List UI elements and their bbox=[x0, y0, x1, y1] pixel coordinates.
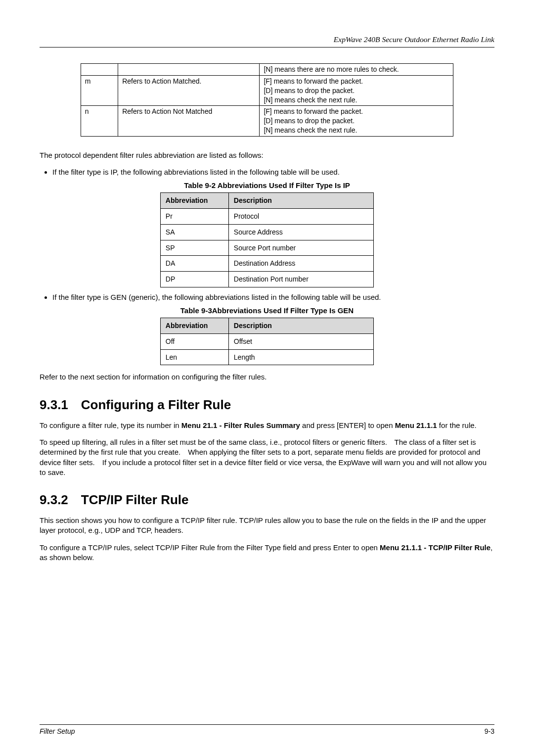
list-item: If the filter type is GEN (generic), the… bbox=[52, 292, 494, 302]
table-row: SA Source Address bbox=[160, 224, 373, 240]
refer-next-paragraph: Refer to the next section for informatio… bbox=[40, 372, 494, 382]
table-row: Len Length bbox=[160, 349, 373, 365]
table-ip: Abbreviation Description Pr Protocol SA … bbox=[160, 192, 374, 287]
table-gen: Abbreviation Description Off Offset Len … bbox=[160, 318, 374, 366]
bullet-list-ip: If the filter type is IP, the following … bbox=[52, 167, 494, 177]
table-row: DA Destination Address bbox=[160, 256, 373, 272]
table-header-row: Abbreviation Description bbox=[160, 318, 373, 333]
page-header: ExpWave 240B Secure Outdoor Ethernet Rad… bbox=[40, 35, 494, 47]
rules-r2-c2: [F] means to forward the packet. [D] mea… bbox=[260, 106, 453, 137]
header-title: ExpWave 240B Secure Outdoor Ethernet Rad… bbox=[334, 35, 494, 44]
table-row: DP Destination Port number bbox=[160, 272, 373, 287]
table-row: [N] means there are no more rules to che… bbox=[81, 63, 453, 75]
table-gen-head-abbr: Abbreviation bbox=[160, 318, 228, 333]
table-gen-caption: Table 9-3Abbreviations Used If Filter Ty… bbox=[40, 306, 494, 316]
table-header-row: Abbreviation Description bbox=[160, 192, 373, 208]
table-row: n Refers to Action Not Matched [F] means… bbox=[81, 106, 453, 137]
rules-r0-c1 bbox=[118, 63, 260, 75]
list-item: If the filter type is IP, the following … bbox=[52, 167, 494, 177]
section-931-p2: To speed up filtering, all rules in a fi… bbox=[40, 437, 494, 477]
table-gen-head-desc: Description bbox=[228, 318, 373, 333]
table-row: Off Offset bbox=[160, 333, 373, 349]
rules-r2-c1: Refers to Action Not Matched bbox=[118, 106, 260, 137]
section-931-title: 9.3.1 Configuring a Filter Rule bbox=[40, 396, 494, 414]
section-931-p1: To configure a filter rule, type its num… bbox=[40, 421, 494, 430]
rules-r1-c1: Refers to Action Matched. bbox=[118, 75, 260, 106]
rules-r1-c0: m bbox=[81, 75, 118, 106]
rules-r2-c0: n bbox=[81, 106, 118, 137]
rules-r0-c0 bbox=[81, 63, 118, 75]
section-932-p2: To configure a TCP/IP rules, select TCP/… bbox=[40, 543, 494, 563]
table-row: m Refers to Action Matched. [F] means to… bbox=[81, 75, 453, 106]
section-932-p1: This section shows you how to configure … bbox=[40, 516, 494, 536]
rules-r1-c2: [F] means to forward the packet. [D] mea… bbox=[260, 75, 453, 106]
table-ip-caption: Table 9-2 Abbreviations Used If Filter T… bbox=[40, 181, 494, 190]
table-row: SP Source Port number bbox=[160, 240, 373, 256]
protocol-paragraph: The protocol dependent filter rules abbr… bbox=[40, 150, 494, 160]
section-932-title: 9.3.2 TCP/IP Filter Rule bbox=[40, 491, 494, 509]
rules-table: [N] means there are no more rules to che… bbox=[81, 63, 453, 137]
bullet-list-gen: If the filter type is GEN (generic), the… bbox=[52, 292, 494, 302]
table-row: Pr Protocol bbox=[160, 208, 373, 224]
table-ip-head-desc: Description bbox=[228, 192, 373, 208]
table-ip-head-abbr: Abbreviation bbox=[160, 192, 228, 208]
rules-r0-c2: [N] means there are no more rules to che… bbox=[260, 63, 453, 75]
